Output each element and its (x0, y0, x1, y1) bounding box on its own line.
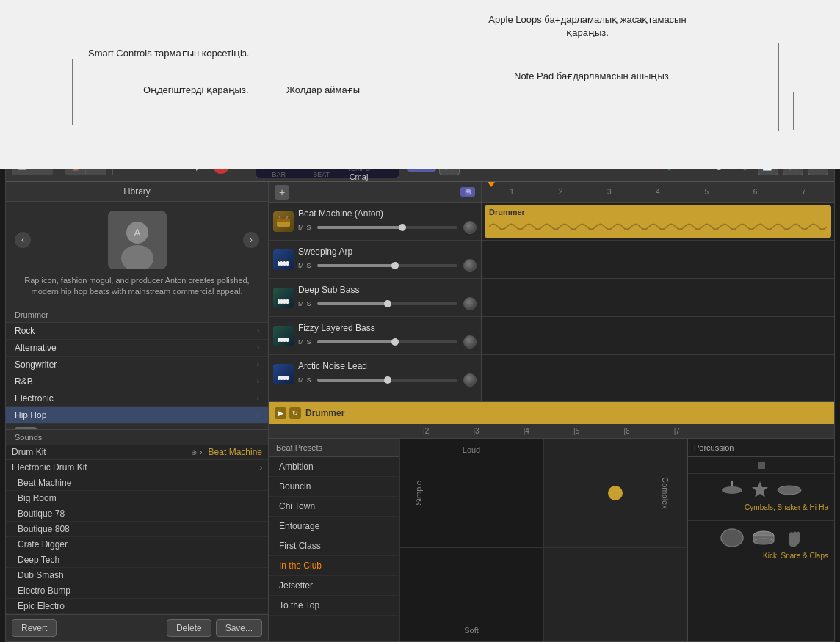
pad-complex-loud[interactable]: Complex (543, 439, 687, 547)
hihat-instrument[interactable] (720, 481, 744, 499)
preset-chitown[interactable]: Chi Town (269, 497, 399, 517)
drummer-category-name: Alternative (15, 343, 257, 353)
kit-boutique-78[interactable]: Boutique 78 (6, 506, 268, 522)
track-pan-knob[interactable] (463, 221, 477, 234)
track-volume-slider[interactable] (317, 379, 457, 382)
kit-crate-digger[interactable]: Crate Digger (6, 537, 268, 552)
kit-beat-machine[interactable]: Beat Machine (6, 475, 268, 491)
track-vol-thumb (391, 262, 399, 269)
artist-image: A (108, 211, 167, 269)
pad-simple-soft[interactable]: Soft (399, 547, 543, 641)
editor-play-icon[interactable]: ▶ (275, 407, 286, 419)
track-volume-slider[interactable] (317, 264, 457, 267)
revert-button[interactable]: Revert (12, 619, 57, 637)
add-track-button[interactable]: + (275, 185, 289, 200)
drummer-category-songwriter[interactable]: Songwriter › (6, 357, 268, 373)
kit-deep-tech[interactable]: Deep Tech (6, 552, 268, 568)
waveform (489, 216, 827, 238)
preset-in-the-club[interactable]: In the Club (269, 556, 399, 576)
track-row-arctic-lead[interactable]: Arctic Noise Lead M S (269, 355, 481, 393)
solo-button[interactable]: S (307, 262, 311, 269)
pad-loud-label: Loud (463, 445, 480, 454)
drum-kit-arrow[interactable]: › (200, 448, 202, 456)
save-button[interactable]: Save... (216, 619, 262, 637)
track-volume-slider[interactable] (317, 302, 457, 305)
ruler-mark: |4 (502, 427, 551, 435)
sounds-label: Sounds (15, 433, 42, 442)
solo-button[interactable]: S (307, 224, 311, 231)
artist-prev-button[interactable]: ‹ (15, 232, 31, 248)
electronic-drum-arrow[interactable]: › (260, 464, 262, 472)
svg-rect-18 (280, 261, 283, 266)
kit-boutique-808[interactable]: Boutique 808 (6, 522, 268, 537)
beat-label: BEAT (313, 171, 330, 178)
preset-entourage[interactable]: Entourage (269, 517, 399, 536)
pad-position-dot (608, 486, 623, 500)
pad-complex-soft[interactable] (543, 547, 687, 641)
chevron-right-icon: › (257, 360, 259, 368)
right-panel: + ⊞ Beat Machine (Anton) (269, 182, 834, 641)
kit-big-room[interactable]: Big Room (6, 491, 268, 506)
ruler-mark: 6 (731, 188, 779, 196)
track-row-fizzy-bass[interactable]: Fizzy Layered Bass M S (269, 317, 481, 355)
drummer-category-alternative[interactable]: Alternative › (6, 340, 268, 357)
key-value: Cmaj (350, 172, 369, 181)
drummer-category-rock[interactable]: Rock › (6, 323, 268, 340)
kit-dub-smash[interactable]: Dub Smash (6, 568, 268, 583)
track-pan-knob[interactable] (463, 373, 477, 387)
ruler-mark: 2 (536, 188, 584, 196)
empty-clip-row (482, 279, 834, 317)
svg-point-43 (778, 486, 801, 495)
artist-description: Rap icon, fashion mogul, and producer An… (15, 275, 259, 298)
mute-button[interactable]: M (298, 300, 304, 307)
preset-ambition[interactable]: Ambition (269, 457, 399, 477)
track-vol-thumb (391, 338, 399, 346)
annotation-line-3 (341, 95, 341, 136)
track-row-sweeping-arp[interactable]: Sweeping Arp M S (269, 241, 481, 279)
tracks-header-top: + ⊞ (269, 182, 481, 203)
drummer-category-electronic[interactable]: Electronic › (6, 390, 268, 407)
track-row-beat-machine[interactable]: Beat Machine (Anton) M S (269, 203, 481, 241)
empty-clip-row (482, 241, 834, 279)
solo-button[interactable]: S (307, 338, 311, 346)
annotation-apple-loops: Apple Loops бағдарламалық жасақтамасын қ… (485, 13, 690, 40)
add-drum-kit-button[interactable]: ⊕ (191, 448, 197, 456)
smart-controls-filter[interactable]: ⊞ (460, 187, 475, 197)
kick-drum-instrument[interactable] (719, 527, 745, 549)
delete-button[interactable]: Delete (167, 619, 211, 637)
track-volume-slider[interactable] (317, 226, 457, 229)
snare-instrument[interactable] (750, 480, 770, 500)
drummer-category-hiphop[interactable]: Hip Hop › (6, 407, 268, 424)
track-volume-slider[interactable] (317, 340, 457, 343)
preset-to-the-top[interactable]: To the Top (269, 596, 399, 616)
track-row-vox-ray[interactable]: Vox Ray Lead M S (269, 393, 481, 402)
preset-jetsetter[interactable]: Jetsetter (269, 576, 399, 596)
solo-button[interactable]: S (307, 376, 311, 384)
drummer-category-name: Hip Hop (15, 410, 257, 420)
track-name: Beat Machine (Anton) (298, 208, 477, 219)
solo-button[interactable]: S (307, 300, 311, 307)
drummer-dez[interactable]: Dez - Trap (6, 424, 268, 429)
mute-button[interactable]: M (298, 338, 304, 346)
track-row-deep-sub-bass[interactable]: Deep Sub Bass M S (269, 279, 481, 317)
drummer-category-rnb[interactable]: R&B › (6, 373, 268, 390)
track-pan-knob[interactable] (463, 297, 477, 310)
electronic-drum-kit-label: Electronic Drum Kit (12, 462, 260, 473)
mute-button[interactable]: M (298, 262, 304, 269)
editor-loop-icon[interactable]: ↻ (289, 407, 301, 419)
track-pan-knob[interactable] (463, 259, 477, 272)
kit-epic-electro[interactable]: Epic Electro (6, 599, 268, 614)
preset-first-class[interactable]: First Class (269, 536, 399, 556)
editor-transport: ▶ ↻ (275, 407, 301, 419)
track-pan-knob[interactable] (463, 335, 477, 349)
preset-bouncin[interactable]: Bouncin (269, 477, 399, 497)
kit-electro-bump[interactable]: Electro Bump (6, 583, 268, 599)
clap-instrument[interactable] (782, 527, 804, 549)
mute-button[interactable]: M (298, 224, 304, 231)
artist-next-button[interactable]: › (243, 232, 259, 248)
cymbal-instrument[interactable] (776, 483, 803, 497)
pad-simple-loud[interactable]: Loud Simple (399, 439, 543, 547)
mute-button[interactable]: M (298, 376, 304, 384)
track-clip-drummer[interactable]: Drummer (485, 205, 831, 238)
snare-drum-instrument[interactable] (751, 528, 776, 547)
